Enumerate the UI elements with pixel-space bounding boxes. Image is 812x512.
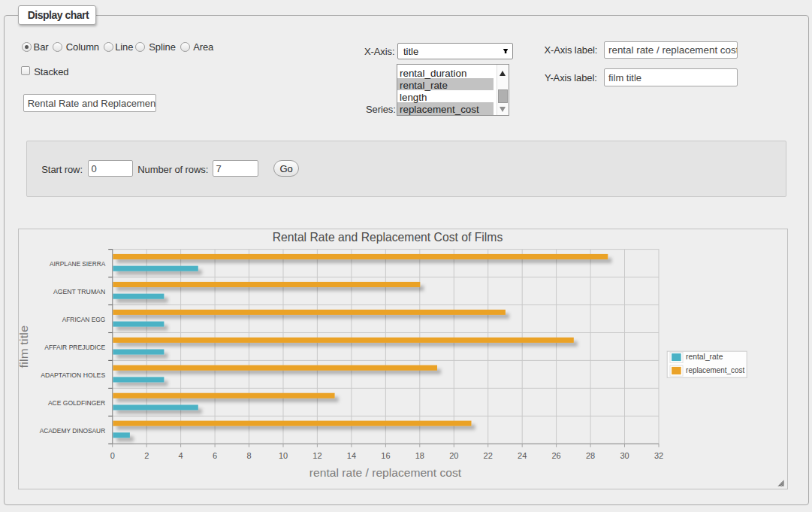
svg-text:AFRICAN EGG: AFRICAN EGG <box>62 315 106 323</box>
svg-text:ACADEMY DINOSAUR: ACADEMY DINOSAUR <box>40 426 106 435</box>
svg-text:4: 4 <box>179 451 183 460</box>
svg-text:18: 18 <box>415 451 424 460</box>
svg-text:ADAPTATION HOLES: ADAPTATION HOLES <box>41 371 105 379</box>
svg-text:ACE GOLDFINGER: ACE GOLDFINGER <box>48 398 106 407</box>
svg-text:Rental Rate and Replacement Co: Rental Rate and Replacement Cost of Film… <box>273 230 503 244</box>
svg-text:32: 32 <box>654 451 663 460</box>
svg-text:24: 24 <box>518 451 527 460</box>
svg-text:8: 8 <box>246 451 251 460</box>
svg-text:rental_rate: rental_rate <box>686 352 723 361</box>
svg-text:12: 12 <box>312 451 321 460</box>
svg-text:2: 2 <box>144 451 149 460</box>
svg-text:replacement_cost: replacement_cost <box>686 365 744 374</box>
svg-text:20: 20 <box>449 451 458 460</box>
svg-text:rental rate / replacement cost: rental rate / replacement cost <box>309 467 461 479</box>
svg-text:22: 22 <box>484 451 493 460</box>
svg-text:AFFAIR PREJUDICE: AFFAIR PREJUDICE <box>44 343 105 351</box>
svg-text:16: 16 <box>381 451 390 460</box>
svg-text:AGENT TRUMAN: AGENT TRUMAN <box>53 287 105 295</box>
svg-text:film title: film title <box>19 325 30 368</box>
svg-text:26: 26 <box>551 451 560 460</box>
svg-text:28: 28 <box>586 451 595 460</box>
svg-text:30: 30 <box>620 451 629 460</box>
svg-text:14: 14 <box>347 451 356 460</box>
svg-text:0: 0 <box>110 451 115 460</box>
svg-text:6: 6 <box>213 451 217 460</box>
svg-text:10: 10 <box>279 451 288 460</box>
svg-text:AIRPLANE SIERRA: AIRPLANE SIERRA <box>50 259 106 268</box>
